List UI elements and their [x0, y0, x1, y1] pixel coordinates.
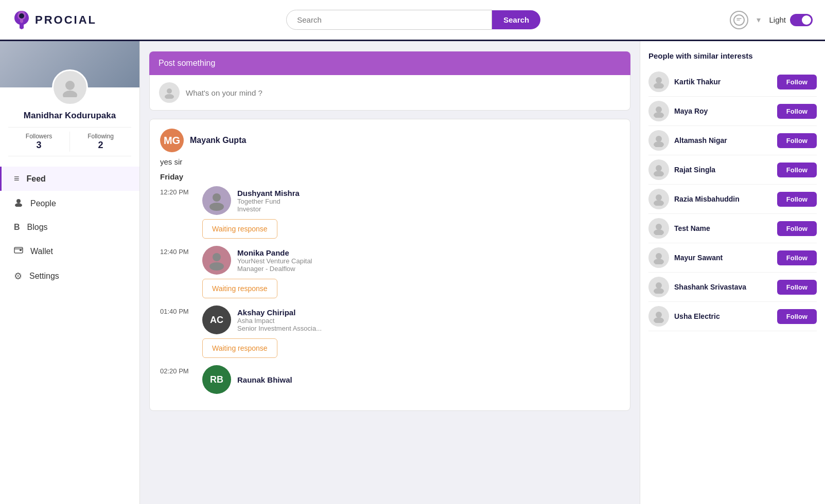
- person-avatar: [648, 247, 669, 268]
- topnav: PROCIAL Search ▾ Light: [0, 0, 825, 41]
- sidebar-item-settings[interactable]: ⚙ Settings: [0, 264, 139, 289]
- person-avatar: [648, 218, 669, 239]
- person-avatar: [648, 189, 669, 209]
- meeting-item: 02:20 PM RB Raunak Bhiwal: [160, 365, 620, 394]
- light-toggle-switch[interactable]: [790, 14, 813, 26]
- sidebar-item-label-wallet: Wallet: [30, 247, 53, 256]
- blogs-icon: B: [14, 223, 20, 232]
- followers-label: Followers: [10, 133, 67, 140]
- topnav-right: ▾ Light: [730, 11, 813, 29]
- post-input[interactable]: [186, 88, 621, 97]
- person-name: Shashank Srivastava: [674, 283, 772, 291]
- follow-button[interactable]: Follow: [777, 309, 817, 324]
- search-bar: Search: [286, 10, 540, 30]
- person-avatar: [648, 306, 669, 327]
- svg-point-24: [656, 224, 662, 230]
- meeting-day-label: Friday: [160, 172, 620, 181]
- svg-point-18: [656, 136, 662, 142]
- sidebar-item-feed[interactable]: ≡ Feed: [0, 167, 139, 191]
- meeting-info: Monika Pande YourNest Venture Capital Ma…: [237, 248, 312, 273]
- svg-point-4: [16, 199, 21, 203]
- sidebar-item-label-people: People: [30, 199, 56, 208]
- meeting-org: Asha Impact: [237, 317, 322, 325]
- svg-point-30: [656, 312, 662, 318]
- follow-button[interactable]: Follow: [777, 192, 817, 207]
- chevron-down-icon[interactable]: ▾: [757, 15, 761, 25]
- waiting-response-badge: Waiting response: [202, 279, 277, 298]
- list-item: Rajat Singla Follow: [648, 155, 817, 185]
- settings-icon: ⚙: [14, 271, 22, 282]
- person-avatar: [648, 159, 669, 180]
- follow-button[interactable]: Follow: [777, 250, 817, 265]
- person-name: Mayur Sawant: [674, 254, 772, 262]
- meeting-person: Dushyant Mishra Together Fund Investor: [202, 186, 300, 215]
- sidebar: Manidhar Kodurupaka Followers 3 Followin…: [0, 41, 140, 504]
- person-avatar: [648, 71, 669, 92]
- svg-point-2: [65, 81, 75, 90]
- meeting-info: Raunak Bhiwal: [237, 375, 292, 384]
- waiting-response-badge: Waiting response: [202, 219, 277, 239]
- svg-point-16: [656, 106, 662, 113]
- meeting-org: Together Fund: [237, 197, 300, 205]
- feed-area: Post something MG Mayank Gupta yes sir F…: [140, 41, 640, 504]
- person-name: Razia Misbahuddin: [674, 195, 772, 203]
- post-section-label: Post something: [159, 59, 215, 67]
- light-label: Light: [769, 15, 786, 24]
- follow-button[interactable]: Follow: [777, 280, 817, 295]
- sidebar-item-people[interactable]: People: [0, 191, 139, 216]
- feed-user-avatar: MG: [160, 129, 184, 152]
- person-avatar: [648, 101, 669, 121]
- post-avatar: [159, 82, 180, 103]
- meeting-role: Investor: [237, 205, 300, 213]
- meeting-person: RB Raunak Bhiwal: [202, 365, 292, 394]
- wallet-icon: [14, 245, 23, 257]
- meeting-time: 12:20 PM: [160, 188, 195, 196]
- svg-point-31: [654, 317, 664, 323]
- follow-button[interactable]: Follow: [777, 104, 817, 119]
- search-button[interactable]: Search: [492, 10, 540, 29]
- search-input[interactable]: [286, 10, 492, 30]
- svg-rect-7: [20, 249, 22, 251]
- sidebar-item-blogs[interactable]: B Blogs: [0, 216, 139, 239]
- message-icon[interactable]: [730, 11, 748, 29]
- svg-point-27: [654, 259, 664, 264]
- following-label: Following: [72, 133, 129, 140]
- main-layout: Manidhar Kodurupaka Followers 3 Followin…: [0, 41, 825, 504]
- meeting-time: 01:40 PM: [160, 308, 195, 315]
- follow-button[interactable]: Follow: [777, 163, 817, 177]
- sidebar-item-label-blogs: Blogs: [27, 223, 48, 232]
- feed-icon: ≡: [14, 173, 20, 184]
- svg-point-8: [167, 88, 172, 94]
- svg-point-5: [15, 203, 22, 207]
- follow-button[interactable]: Follow: [777, 133, 817, 148]
- meeting-name: Dushyant Mishra: [237, 189, 300, 197]
- profile-stats: Followers 3 Following 2: [8, 127, 131, 156]
- following-stat[interactable]: Following 2: [70, 128, 131, 156]
- svg-point-29: [654, 288, 664, 294]
- svg-point-11: [209, 203, 224, 211]
- svg-point-21: [654, 171, 664, 176]
- follow-button[interactable]: Follow: [777, 75, 817, 89]
- person-name: Maya Roy: [674, 107, 772, 115]
- waiting-response-badge: Waiting response: [202, 338, 277, 358]
- svg-point-22: [656, 194, 662, 201]
- followers-stat[interactable]: Followers 3: [8, 128, 69, 156]
- list-item: Mayur Sawant Follow: [648, 243, 817, 273]
- meeting-role: Manager - Dealflow: [237, 265, 312, 273]
- svg-point-23: [654, 200, 664, 206]
- right-panel: People with similar interests Kartik Tha…: [640, 41, 825, 504]
- meeting-org: YourNest Venture Capital: [237, 257, 312, 265]
- sidebar-item-label-feed: Feed: [27, 174, 46, 184]
- svg-point-15: [654, 83, 664, 88]
- logo-icon: [12, 10, 31, 30]
- follow-button[interactable]: Follow: [777, 221, 817, 236]
- logo-text: PROCIAL: [35, 13, 97, 27]
- avatar: [52, 69, 88, 105]
- list-item: Kartik Thakur Follow: [648, 67, 817, 97]
- meeting-name: Akshay Chiripal: [237, 308, 322, 317]
- svg-point-25: [654, 229, 664, 235]
- svg-point-19: [654, 141, 664, 147]
- sidebar-item-wallet[interactable]: Wallet: [0, 239, 139, 264]
- profile-name: Manidhar Kodurupaka: [0, 105, 139, 123]
- person-avatar: [648, 277, 669, 297]
